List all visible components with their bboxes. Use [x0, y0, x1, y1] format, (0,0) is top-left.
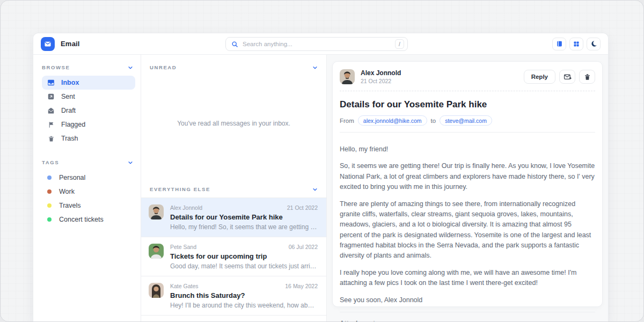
sidebar-item-label: Flagged: [61, 121, 85, 128]
detail-sender-name: Alex Jonnold: [361, 69, 401, 77]
from-to-row: From alex.jonnold@hike.com to steve@mail…: [340, 115, 595, 126]
email-subject: Tickets for our upcoming trip: [170, 252, 318, 260]
tag-dot-icon: [47, 189, 52, 194]
moon-icon: [590, 40, 597, 47]
browse-items: Inbox Sent Draft: [42, 76, 135, 145]
book-button[interactable]: [552, 38, 566, 50]
delete-mail-button[interactable]: [579, 70, 595, 84]
main-columns: BROWSE Inbox: [33, 55, 608, 322]
email-row-alex-jonnold[interactable]: Alex Jonnold 21 Oct 2022 Details for our…: [141, 198, 326, 237]
flag-icon: [47, 121, 55, 128]
email-snippet: Hey! I'll be around the city this weeken…: [170, 302, 318, 309]
tag-label: Work: [59, 188, 75, 195]
email-detail-card: Alex Jonnold 21 Oct 2022 Reply: [332, 61, 603, 307]
mail-forward-icon: [564, 73, 572, 81]
email-row-content: Pete Sand 06 Jul 2022 Tickets for our up…: [170, 244, 318, 270]
email-logo-icon: [41, 37, 55, 51]
sidebar-item-label: Trash: [61, 135, 78, 142]
sidebar-item-label: Sent: [61, 93, 75, 100]
email-snippet: Hello, my friend! So, it seems that we a…: [170, 223, 318, 231]
search-input[interactable]: [243, 41, 391, 47]
everything-else-section-header[interactable]: EVERYTHING ELSE: [141, 177, 326, 192]
email-app-window: Email /: [33, 33, 609, 322]
tag-dot-icon: [47, 175, 52, 180]
search-bar[interactable]: /: [225, 37, 408, 51]
body-paragraph: See you soon, Alex Jonnold: [340, 295, 595, 305]
email-subject: Brunch this Saturday?: [170, 291, 318, 299]
chevron-down-icon[interactable]: [312, 187, 318, 192]
tag-item-travels[interactable]: Travels: [42, 199, 135, 213]
email-sender: Alex Jonnold: [170, 204, 202, 211]
detail-sender-block: Alex Jonnold 21 Oct 2022: [361, 69, 401, 84]
tag-item-concert-tickets[interactable]: Concert tickets: [42, 213, 135, 226]
chevron-down-icon[interactable]: [128, 65, 133, 70]
email-rows: Alex Jonnold 21 Oct 2022 Details for our…: [141, 197, 326, 316]
email-row-content: Kate Gates 16 May 2022 Brunch this Satur…: [170, 283, 318, 309]
trash-icon: [47, 135, 55, 142]
tags-section-header[interactable]: TAGS: [42, 159, 135, 165]
email-body: Hello, my friend! So, it seems we are ge…: [340, 139, 595, 305]
chevron-down-icon[interactable]: [312, 65, 318, 70]
from-label: From: [340, 118, 354, 124]
forward-mail-button[interactable]: [559, 70, 575, 84]
sidebar-item-trash[interactable]: Trash: [42, 131, 135, 145]
email-row-kate-gates[interactable]: Kate Gates 16 May 2022 Brunch this Satur…: [141, 276, 326, 316]
avatar: [149, 283, 164, 298]
tag-dot-icon: [47, 203, 52, 208]
email-sender: Kate Gates: [170, 283, 199, 289]
apps-grid-button[interactable]: [569, 38, 583, 50]
email-date: 21 Oct 2022: [287, 204, 318, 211]
search-icon: [231, 41, 238, 48]
email-detail-panel: Alex Jonnold 21 Oct 2022 Reply: [327, 55, 608, 322]
avatar: [149, 244, 164, 259]
dark-mode-button[interactable]: [587, 38, 601, 50]
app-brand: Email: [41, 37, 80, 51]
email-row-content: Alex Jonnold 21 Oct 2022 Details for our…: [170, 204, 318, 231]
desktop-background: Email /: [0, 0, 644, 322]
search-shortcut-hint: /: [395, 39, 404, 49]
tag-item-work[interactable]: Work: [42, 185, 135, 199]
tags-section: TAGS Personal Work: [42, 159, 135, 226]
grid-icon: [573, 41, 580, 47]
email-snippet: Good day, mate! It seems that our ticket…: [170, 262, 318, 270]
to-email-pill[interactable]: steve@mail.com: [440, 115, 492, 126]
email-date: 16 May 2022: [285, 283, 318, 289]
tags-label: TAGS: [42, 159, 59, 165]
draft-icon: [47, 107, 55, 114]
body-paragraph: So, it seems we are getting there! Our t…: [340, 161, 595, 192]
sidebar-item-label: Draft: [61, 107, 76, 114]
sidebar-item-flagged[interactable]: Flagged: [42, 118, 135, 131]
attachments-label: Attachments: [340, 320, 595, 322]
body-paragraph: There are plenty of amazing things to se…: [340, 199, 595, 261]
unread-empty-message: You've read all messages in your inbox.: [141, 70, 326, 177]
detail-subject: Details for our Yosemite Park hike: [340, 99, 595, 110]
browse-label: BROWSE: [42, 64, 70, 70]
sent-icon: [47, 93, 55, 100]
trash-icon: [584, 74, 591, 80]
email-subject: Details for our Yosemite Park hike: [170, 213, 318, 221]
email-row-pete-sand[interactable]: Pete Sand 06 Jul 2022 Tickets for our up…: [141, 237, 326, 276]
tag-label: Personal: [59, 174, 85, 181]
header-divider: [340, 91, 595, 91]
mail-list-column: UNREAD You've read all messages in your …: [141, 55, 327, 322]
sidebar-item-inbox[interactable]: Inbox: [42, 76, 135, 90]
detail-date: 21 Oct 2022: [361, 78, 401, 84]
body-paragraph: I really hope you love coming along with…: [340, 268, 595, 289]
sidebar-item-draft[interactable]: Draft: [42, 104, 135, 118]
from-email-pill[interactable]: alex.jonnold@hike.com: [358, 115, 427, 126]
tag-item-personal[interactable]: Personal: [42, 171, 135, 185]
sidebar: BROWSE Inbox: [33, 55, 141, 322]
reply-button[interactable]: Reply: [524, 70, 555, 84]
attachments-divider: [340, 312, 595, 312]
chevron-down-icon[interactable]: [128, 160, 133, 165]
sidebar-item-sent[interactable]: Sent: [42, 90, 135, 104]
to-label: to: [431, 118, 436, 124]
browse-section-header[interactable]: BROWSE: [42, 64, 135, 70]
sidebar-item-label: Inbox: [61, 79, 79, 86]
subject-divider: [340, 132, 595, 133]
unread-section-header[interactable]: UNREAD: [141, 55, 326, 70]
unread-label: UNREAD: [150, 64, 177, 70]
everything-else-label: EVERYTHING ELSE: [150, 186, 210, 192]
avatar: [149, 204, 164, 219]
tag-dot-icon: [47, 217, 52, 222]
